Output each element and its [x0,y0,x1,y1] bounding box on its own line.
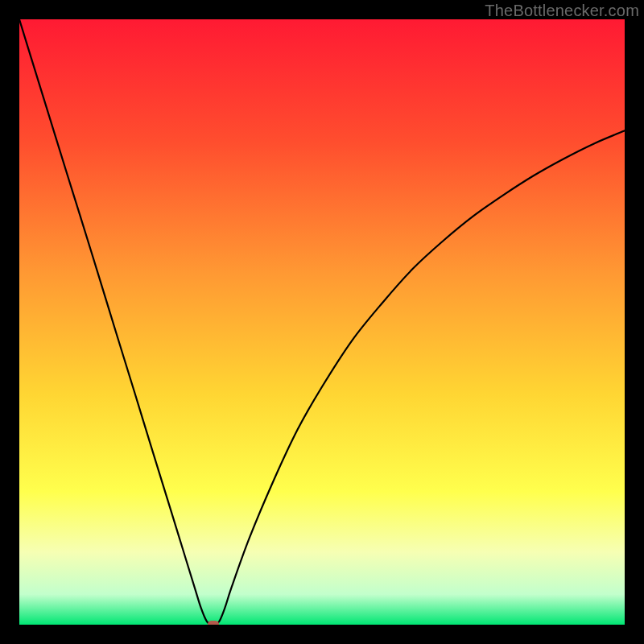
plot-area [19,19,625,625]
optimal-point-marker [208,621,219,625]
background-gradient [19,19,625,625]
chart-frame: TheBottlenecker.com [0,0,644,644]
watermark-text: TheBottlenecker.com [485,2,639,20]
svg-rect-0 [19,19,625,625]
